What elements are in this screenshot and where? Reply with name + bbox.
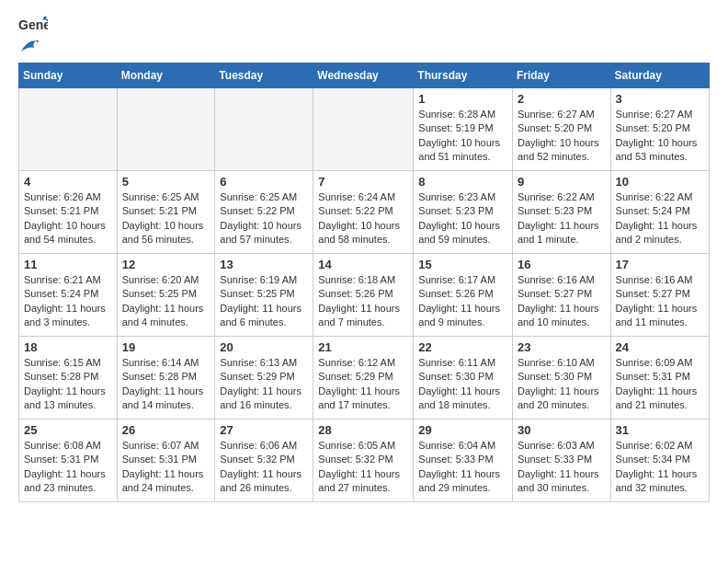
day-number: 22	[418, 340, 507, 354]
calendar-cell	[215, 88, 313, 171]
weekday-header-monday: Monday	[117, 63, 215, 88]
logo-bird-icon	[19, 39, 40, 55]
day-info: Sunrise: 6:22 AMSunset: 5:24 PMDaylight:…	[616, 190, 704, 247]
calendar-cell: 31Sunrise: 6:02 AMSunset: 5:34 PMDayligh…	[610, 419, 709, 502]
day-number: 30	[518, 423, 606, 437]
day-number: 2	[518, 92, 606, 106]
calendar-cell: 1Sunrise: 6:28 AMSunset: 5:19 PMDaylight…	[414, 88, 513, 171]
day-number: 25	[24, 423, 112, 437]
day-info: Sunrise: 6:24 AMSunset: 5:22 PMDaylight:…	[318, 190, 408, 247]
calendar-cell: 3Sunrise: 6:27 AMSunset: 5:20 PMDaylight…	[610, 88, 709, 171]
calendar-cell: 6Sunrise: 6:25 AMSunset: 5:22 PMDaylight…	[215, 171, 313, 254]
day-info: Sunrise: 6:18 AMSunset: 5:26 PMDaylight:…	[318, 273, 408, 330]
day-info: Sunrise: 6:19 AMSunset: 5:25 PMDaylight:…	[220, 273, 308, 330]
calendar-cell: 17Sunrise: 6:16 AMSunset: 5:27 PMDayligh…	[610, 254, 709, 337]
day-info: Sunrise: 6:09 AMSunset: 5:31 PMDaylight:…	[616, 356, 704, 413]
calendar-cell: 2Sunrise: 6:27 AMSunset: 5:20 PMDaylight…	[512, 88, 610, 171]
day-info: Sunrise: 6:03 AMSunset: 5:33 PMDaylight:…	[518, 439, 606, 496]
day-number: 14	[318, 258, 408, 271]
calendar-cell: 24Sunrise: 6:09 AMSunset: 5:31 PMDayligh…	[610, 337, 709, 419]
logo-icon: General	[18, 15, 48, 40]
day-number: 3	[616, 92, 704, 106]
day-number: 9	[518, 175, 606, 189]
day-info: Sunrise: 6:06 AMSunset: 5:32 PMDaylight:…	[220, 439, 308, 496]
calendar-table: SundayMondayTuesdayWednesdayThursdayFrid…	[18, 63, 710, 502]
week-row-3: 11Sunrise: 6:21 AMSunset: 5:24 PMDayligh…	[19, 254, 710, 337]
day-number: 6	[220, 175, 308, 189]
day-number: 29	[418, 423, 507, 437]
header: General	[18, 15, 710, 53]
calendar-cell: 18Sunrise: 6:15 AMSunset: 5:28 PMDayligh…	[19, 337, 118, 419]
day-number: 20	[220, 340, 308, 354]
day-info: Sunrise: 6:22 AMSunset: 5:23 PMDaylight:…	[518, 190, 606, 247]
calendar-cell: 21Sunrise: 6:12 AMSunset: 5:29 PMDayligh…	[313, 337, 414, 419]
day-number: 26	[122, 423, 210, 437]
week-row-4: 18Sunrise: 6:15 AMSunset: 5:28 PMDayligh…	[19, 337, 710, 419]
day-info: Sunrise: 6:16 AMSunset: 5:27 PMDaylight:…	[616, 273, 704, 330]
day-info: Sunrise: 6:20 AMSunset: 5:25 PMDaylight:…	[122, 273, 210, 330]
day-number: 4	[24, 175, 112, 189]
weekday-header-row: SundayMondayTuesdayWednesdayThursdayFrid…	[19, 63, 710, 88]
day-number: 8	[418, 175, 507, 189]
day-info: Sunrise: 6:12 AMSunset: 5:29 PMDaylight:…	[318, 356, 408, 413]
day-info: Sunrise: 6:25 AMSunset: 5:21 PMDaylight:…	[122, 190, 210, 247]
day-number: 28	[318, 423, 408, 437]
day-number: 17	[616, 258, 704, 271]
day-info: Sunrise: 6:27 AMSunset: 5:20 PMDaylight:…	[518, 108, 606, 165]
calendar-cell: 10Sunrise: 6:22 AMSunset: 5:24 PMDayligh…	[610, 171, 709, 254]
day-number: 23	[518, 340, 606, 354]
day-number: 1	[418, 92, 507, 106]
day-info: Sunrise: 6:15 AMSunset: 5:28 PMDaylight:…	[24, 356, 112, 413]
week-row-1: 1Sunrise: 6:28 AMSunset: 5:19 PMDaylight…	[19, 88, 710, 171]
day-number: 18	[24, 340, 112, 354]
calendar-cell: 13Sunrise: 6:19 AMSunset: 5:25 PMDayligh…	[215, 254, 313, 337]
calendar-cell	[313, 88, 414, 171]
day-info: Sunrise: 6:02 AMSunset: 5:34 PMDaylight:…	[616, 439, 704, 496]
day-number: 16	[518, 258, 606, 271]
day-info: Sunrise: 6:26 AMSunset: 5:21 PMDaylight:…	[24, 190, 112, 247]
day-info: Sunrise: 6:16 AMSunset: 5:27 PMDaylight:…	[518, 273, 606, 330]
calendar-cell: 8Sunrise: 6:23 AMSunset: 5:23 PMDaylight…	[414, 171, 513, 254]
calendar-cell: 7Sunrise: 6:24 AMSunset: 5:22 PMDaylight…	[313, 171, 414, 254]
day-info: Sunrise: 6:13 AMSunset: 5:29 PMDaylight:…	[220, 356, 308, 413]
day-number: 7	[318, 175, 408, 189]
day-info: Sunrise: 6:05 AMSunset: 5:32 PMDaylight:…	[318, 439, 408, 496]
logo: General	[18, 15, 51, 53]
weekday-header-friday: Friday	[512, 63, 610, 88]
day-number: 10	[616, 175, 704, 189]
day-info: Sunrise: 6:08 AMSunset: 5:31 PMDaylight:…	[24, 439, 112, 496]
day-info: Sunrise: 6:04 AMSunset: 5:33 PMDaylight:…	[418, 439, 507, 496]
day-number: 11	[24, 258, 112, 271]
calendar-cell	[117, 88, 215, 171]
calendar-cell: 15Sunrise: 6:17 AMSunset: 5:26 PMDayligh…	[414, 254, 513, 337]
day-number: 19	[122, 340, 210, 354]
calendar-cell: 28Sunrise: 6:05 AMSunset: 5:32 PMDayligh…	[313, 419, 414, 502]
calendar-cell	[19, 88, 118, 171]
day-info: Sunrise: 6:07 AMSunset: 5:31 PMDaylight:…	[122, 439, 210, 496]
day-info: Sunrise: 6:28 AMSunset: 5:19 PMDaylight:…	[418, 108, 507, 165]
calendar-cell: 4Sunrise: 6:26 AMSunset: 5:21 PMDaylight…	[19, 171, 118, 254]
weekday-header-wednesday: Wednesday	[313, 63, 414, 88]
day-number: 21	[318, 340, 408, 354]
day-info: Sunrise: 6:21 AMSunset: 5:24 PMDaylight:…	[24, 273, 112, 330]
calendar-cell: 26Sunrise: 6:07 AMSunset: 5:31 PMDayligh…	[117, 419, 215, 502]
day-info: Sunrise: 6:10 AMSunset: 5:30 PMDaylight:…	[518, 356, 606, 413]
day-number: 5	[122, 175, 210, 189]
week-row-5: 25Sunrise: 6:08 AMSunset: 5:31 PMDayligh…	[19, 419, 710, 502]
day-number: 24	[616, 340, 704, 354]
day-info: Sunrise: 6:11 AMSunset: 5:30 PMDaylight:…	[418, 356, 507, 413]
calendar-cell: 20Sunrise: 6:13 AMSunset: 5:29 PMDayligh…	[215, 337, 313, 419]
weekday-header-thursday: Thursday	[414, 63, 513, 88]
calendar-cell: 30Sunrise: 6:03 AMSunset: 5:33 PMDayligh…	[512, 419, 610, 502]
calendar-cell: 5Sunrise: 6:25 AMSunset: 5:21 PMDaylight…	[117, 171, 215, 254]
weekday-header-saturday: Saturday	[610, 63, 709, 88]
day-info: Sunrise: 6:14 AMSunset: 5:28 PMDaylight:…	[122, 356, 210, 413]
calendar-cell: 22Sunrise: 6:11 AMSunset: 5:30 PMDayligh…	[414, 337, 513, 419]
day-info: Sunrise: 6:25 AMSunset: 5:22 PMDaylight:…	[220, 190, 308, 247]
day-number: 15	[418, 258, 507, 271]
calendar-cell: 19Sunrise: 6:14 AMSunset: 5:28 PMDayligh…	[117, 337, 215, 419]
day-number: 13	[220, 258, 308, 271]
calendar-cell: 25Sunrise: 6:08 AMSunset: 5:31 PMDayligh…	[19, 419, 118, 502]
day-info: Sunrise: 6:17 AMSunset: 5:26 PMDaylight:…	[418, 273, 507, 330]
day-info: Sunrise: 6:23 AMSunset: 5:23 PMDaylight:…	[418, 190, 507, 247]
